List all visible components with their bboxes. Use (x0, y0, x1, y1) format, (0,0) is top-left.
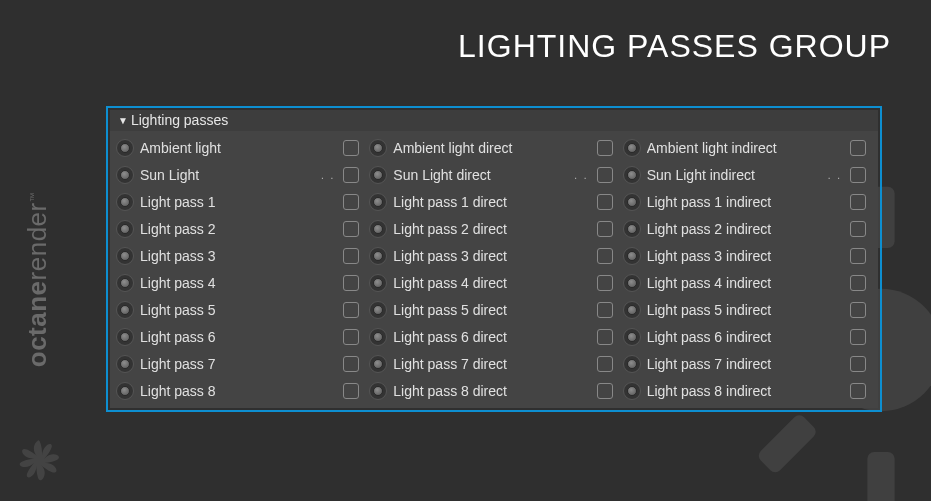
pass-label: Light pass 4 direct (393, 275, 590, 291)
checkbox[interactable] (850, 356, 866, 372)
pass-row: Sun Light. . (116, 166, 365, 184)
radio-button[interactable] (623, 247, 641, 265)
radio-button[interactable] (369, 328, 387, 346)
pass-label: Light pass 4 indirect (647, 275, 844, 291)
radio-button[interactable] (116, 193, 134, 211)
checkbox[interactable] (850, 140, 866, 156)
radio-button[interactable] (369, 166, 387, 184)
pass-row: Light pass 8 direct (369, 382, 618, 400)
radio-button[interactable] (116, 247, 134, 265)
pass-label: Light pass 7 direct (393, 356, 590, 372)
checkbox[interactable] (343, 248, 359, 264)
pass-label: Light pass 5 direct (393, 302, 590, 318)
checkbox[interactable] (850, 302, 866, 318)
radio-button[interactable] (116, 301, 134, 319)
radio-button[interactable] (623, 382, 641, 400)
checkbox[interactable] (597, 302, 613, 318)
radio-button[interactable] (623, 355, 641, 373)
radio-button[interactable] (623, 139, 641, 157)
checkbox[interactable] (343, 194, 359, 210)
radio-button[interactable] (369, 382, 387, 400)
brand-name: octanerender™ (23, 192, 54, 367)
checkbox[interactable] (597, 248, 613, 264)
radio-button[interactable] (369, 220, 387, 238)
page-title: LIGHTING PASSES GROUP (458, 28, 891, 65)
checkbox[interactable] (850, 248, 866, 264)
radio-button[interactable] (623, 220, 641, 238)
radio-button[interactable] (369, 139, 387, 157)
radio-button[interactable] (623, 328, 641, 346)
pass-label: Ambient light indirect (647, 140, 844, 156)
checkbox[interactable] (850, 221, 866, 237)
checkbox[interactable] (850, 329, 866, 345)
pass-row: Ambient light direct (369, 139, 618, 157)
pass-row: Light pass 6 (116, 328, 365, 346)
checkbox[interactable] (850, 167, 866, 183)
pass-row: Light pass 5 (116, 301, 365, 319)
pass-row: Light pass 1 indirect (623, 193, 872, 211)
pass-label: Light pass 6 (140, 329, 337, 345)
checkbox[interactable] (343, 140, 359, 156)
checkbox[interactable] (850, 194, 866, 210)
pass-label: Light pass 3 direct (393, 248, 590, 264)
radio-button[interactable] (116, 166, 134, 184)
checkbox[interactable] (343, 275, 359, 291)
radio-button[interactable] (116, 355, 134, 373)
checkbox[interactable] (343, 383, 359, 399)
section-header-lighting-passes[interactable]: ▼ Lighting passes (110, 110, 878, 131)
pass-row: Light pass 3 direct (369, 247, 618, 265)
checkbox[interactable] (343, 167, 359, 183)
checkbox[interactable] (850, 275, 866, 291)
pass-row: Light pass 7 direct (369, 355, 618, 373)
checkbox[interactable] (597, 167, 613, 183)
pass-row: Light pass 4 (116, 274, 365, 292)
radio-button[interactable] (623, 274, 641, 292)
brand-logo-icon (12, 435, 64, 487)
checkbox[interactable] (597, 356, 613, 372)
radio-button[interactable] (369, 193, 387, 211)
passes-grid: Ambient lightAmbient light directAmbient… (110, 131, 878, 408)
pass-row: Sun Light indirect. . (623, 166, 872, 184)
pass-label: Light pass 6 direct (393, 329, 590, 345)
pass-label: Light pass 8 (140, 383, 337, 399)
radio-button[interactable] (369, 355, 387, 373)
radio-button[interactable] (369, 301, 387, 319)
checkbox[interactable] (597, 329, 613, 345)
pass-label: Light pass 3 (140, 248, 337, 264)
svg-rect-2 (867, 452, 894, 501)
radio-button[interactable] (116, 274, 134, 292)
radio-button[interactable] (116, 328, 134, 346)
radio-button[interactable] (369, 274, 387, 292)
pass-row: Light pass 2 (116, 220, 365, 238)
radio-button[interactable] (623, 301, 641, 319)
pass-label: Light pass 7 (140, 356, 337, 372)
checkbox[interactable] (343, 221, 359, 237)
pass-label: Light pass 8 direct (393, 383, 590, 399)
radio-button[interactable] (623, 166, 641, 184)
pass-row: Ambient light (116, 139, 365, 157)
checkbox[interactable] (597, 194, 613, 210)
checkbox[interactable] (343, 329, 359, 345)
checkbox[interactable] (850, 383, 866, 399)
pass-row: Light pass 7 indirect (623, 355, 872, 373)
radio-button[interactable] (369, 247, 387, 265)
radio-button[interactable] (116, 382, 134, 400)
checkbox[interactable] (597, 383, 613, 399)
pass-row: Light pass 3 indirect (623, 247, 872, 265)
checkbox[interactable] (343, 356, 359, 372)
checkbox[interactable] (343, 302, 359, 318)
radio-button[interactable] (623, 193, 641, 211)
checkbox[interactable] (597, 140, 613, 156)
checkbox[interactable] (597, 221, 613, 237)
pass-label: Light pass 7 indirect (647, 356, 844, 372)
pass-row: Ambient light indirect (623, 139, 872, 157)
pass-label: Light pass 2 indirect (647, 221, 844, 237)
section-title: Lighting passes (131, 112, 228, 128)
pass-row: Light pass 2 indirect (623, 220, 872, 238)
brand-sidebar: octanerender™ (8, 0, 68, 501)
radio-button[interactable] (116, 220, 134, 238)
checkbox[interactable] (597, 275, 613, 291)
svg-rect-6 (756, 413, 819, 476)
radio-button[interactable] (116, 139, 134, 157)
ellipsis-icon: . . (828, 170, 842, 181)
